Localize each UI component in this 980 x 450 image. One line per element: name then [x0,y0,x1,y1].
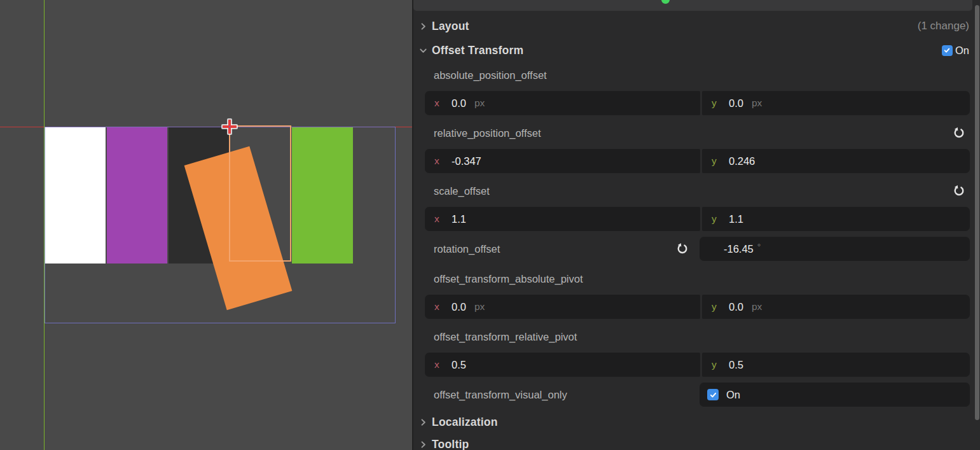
unit-px: px [752,301,762,313]
prop-label-relative-position-offset: relative_position_offset [434,124,965,142]
input-visual-only-toggle[interactable]: On [700,383,970,407]
offset-transform-toggle-label: On [955,45,969,57]
visual-only-toggle-label: On [726,389,740,401]
input-relative-pivot-x[interactable]: x 0.5 [425,353,700,377]
scene-canvas[interactable] [0,0,412,450]
value-x: -0.347 [452,155,481,167]
section-offset-transform-label: Offset Transform [432,44,523,57]
guide-line-vertical-green [44,0,45,450]
axis-y-label: y [712,155,721,167]
unit-px: px [752,97,762,109]
input-absolute-position-offset-y[interactable]: y 0.0 px [702,91,970,115]
unit-px: px [474,97,485,109]
section-header-offset-transform[interactable]: Offset Transform On [413,41,969,59]
visual-only-checkbox[interactable] [707,389,719,400]
axis-y-label: y [712,97,721,109]
input-relative-position-offset-y[interactable]: y 0.246 [702,149,970,173]
chevron-right-icon [418,418,427,426]
chevron-down-icon [418,46,427,55]
section-layout-label: Layout [432,20,469,33]
prop-label-scale-offset: scale_offset [434,182,965,200]
chevron-right-icon [418,22,427,31]
prop-label-text: offset_transform_absolute_pivot [434,273,583,285]
value-y: 0.246 [729,155,755,167]
row-rotation-offset: rotation_offset -16.45 ° [413,237,980,261]
value-y: 1.1 [729,213,743,225]
input-scale-offset-x[interactable]: x 1.1 [425,207,700,231]
prop-label-text: relative_position_offset [434,127,541,139]
value-y: 0.0 [729,301,743,313]
field-offset-transform-absolute-pivot: x 0.0 px y 0.0 px [425,295,970,319]
input-absolute-pivot-y[interactable]: y 0.0 px [702,295,970,319]
prop-label-text: absolute_position_offset [434,69,547,81]
axis-y-label: y [712,213,721,225]
inspector-header-bar [413,0,972,11]
revert-icon[interactable] [953,185,965,197]
widget-editor-window: Layout (1 change) Offset Transform On ab… [0,0,980,450]
offset-transform-enabled-checkbox[interactable] [942,45,953,56]
input-relative-position-offset-x[interactable]: x -0.347 [425,149,700,173]
prop-label-text: scale_offset [434,185,490,197]
prop-label-absolute-position-offset: absolute_position_offset [434,66,965,84]
prop-label-text: offset_transform_visual_only [434,389,567,401]
input-absolute-position-offset-x[interactable]: x 0.0 px [425,91,700,115]
axis-x-label: x [434,301,443,313]
axis-x-label: x [434,97,443,109]
unit-px: px [474,301,485,313]
field-scale-offset: x 1.1 y 1.1 [425,207,970,231]
section-header-layout[interactable]: Layout (1 change) [413,17,969,35]
input-scale-offset-y[interactable]: y 1.1 [702,207,970,231]
axis-y-label: y [712,301,721,313]
field-offset-transform-relative-pivot: x 0.5 y 0.5 [425,353,970,377]
axis-x-label: x [434,155,443,167]
section-localization-label: Localization [432,416,498,429]
prop-label-offset-transform-relative-pivot: offset_transform_relative_pivot [434,328,965,346]
prop-label-offset-transform-absolute-pivot: offset_transform_absolute_pivot [434,270,965,288]
axis-x-label: x [434,213,443,225]
layout-change-count-badge: (1 change) [918,20,969,32]
input-rotation-offset[interactable]: -16.45 ° [700,237,970,261]
pivot-crosshair-icon [221,118,238,135]
prop-label-text: rotation_offset [434,243,500,255]
value-x: 1.1 [452,213,466,225]
modified-indicator-dot [661,0,670,4]
axis-y-label: y [712,359,721,370]
crosshair-center-dot [229,126,230,127]
chevron-right-icon [418,440,427,449]
field-absolute-position-offset: x 0.0 px y 0.0 px [425,91,970,115]
revert-icon[interactable] [676,243,689,255]
revert-icon[interactable] [953,127,965,139]
section-header-tooltip[interactable]: Tooltip [413,435,969,450]
row-offset-transform-visual-only: offset_transform_visual_only On [413,383,980,407]
selected-widget-original-outline [229,125,291,262]
inspector-panel: Layout (1 change) Offset Transform On ab… [413,0,980,450]
input-absolute-pivot-x[interactable]: x 0.0 px [425,295,700,319]
value-rotation: -16.45 [724,243,754,255]
value-x: 0.0 [452,97,466,109]
axis-x-label: x [434,359,443,370]
section-header-localization[interactable]: Localization [413,413,969,431]
unit-degrees: ° [757,242,761,252]
field-relative-position-offset: x -0.347 y 0.246 [425,149,970,173]
section-tooltip-label: Tooltip [432,438,469,450]
input-relative-pivot-y[interactable]: y 0.5 [702,353,970,377]
value-x: 0.5 [452,359,466,371]
value-x: 0.0 [452,301,466,313]
scrollbar-thumb[interactable] [975,5,979,420]
prop-label-text: offset_transform_relative_pivot [434,331,577,343]
value-y: 0.5 [729,359,743,371]
value-y: 0.0 [729,97,743,109]
